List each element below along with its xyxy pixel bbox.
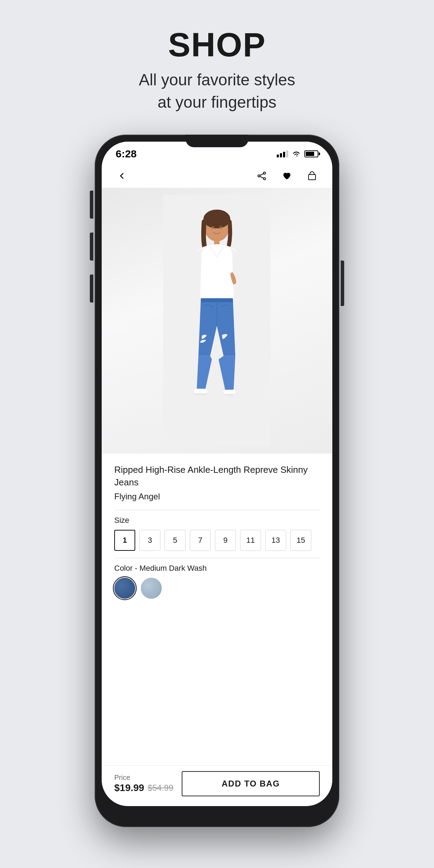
size-section: Size 1 3 5 7 9 11 13 15 — [114, 516, 320, 551]
color-swatches — [114, 578, 320, 599]
size-label: Size — [114, 516, 320, 525]
size-grid: 1 3 5 7 9 11 13 15 — [114, 530, 320, 551]
svg-rect-13 — [201, 298, 233, 302]
back-button[interactable] — [114, 168, 130, 184]
product-image — [102, 188, 332, 454]
svg-rect-5 — [309, 175, 316, 180]
svg-point-1 — [258, 175, 260, 177]
size-btn-1[interactable]: 1 — [114, 530, 135, 551]
size-btn-15[interactable]: 15 — [290, 530, 311, 551]
price-section: Price $19.99 $54.99 — [114, 774, 173, 794]
page-header: SHOP All your favorite styles at your fi… — [139, 28, 295, 114]
phone-shell: 6:28 — [95, 135, 339, 827]
nav-bar — [102, 164, 332, 188]
nav-right-icons — [254, 168, 320, 184]
color-section: Color - Medium Dark Wash — [114, 564, 320, 599]
color-swatch-dark[interactable] — [114, 578, 135, 599]
current-price: $19.99 — [114, 782, 144, 794]
svg-point-10 — [220, 226, 223, 229]
size-btn-9[interactable]: 9 — [215, 530, 236, 551]
status-icons — [277, 150, 318, 157]
svg-line-4 — [260, 176, 263, 178]
divider-1 — [114, 510, 320, 510]
svg-point-0 — [263, 172, 266, 174]
wishlist-button[interactable] — [279, 168, 295, 184]
product-name: Ripped High-Rise Ankle-Length Repreve Sk… — [114, 463, 320, 489]
size-btn-3[interactable]: 3 — [139, 530, 160, 551]
page-subtitle: All your favorite styles at your fingert… — [139, 69, 295, 114]
size-btn-13[interactable]: 13 — [265, 530, 286, 551]
color-swatch-light[interactable] — [141, 578, 162, 599]
phone-screen: 6:28 — [102, 142, 332, 806]
product-details: Ripped High-Rise Ankle-Length Repreve Sk… — [102, 454, 332, 765]
svg-rect-15 — [194, 389, 208, 393]
status-time: 6:28 — [116, 148, 137, 160]
signal-icon — [277, 150, 288, 157]
color-label: Color - Medium Dark Wash — [114, 564, 320, 573]
price-label: Price — [114, 774, 173, 782]
bottom-bar: Price $19.99 $54.99 ADD TO BAG — [102, 765, 332, 806]
add-to-bag-button[interactable]: ADD TO BAG — [182, 771, 320, 796]
page-title: SHOP — [139, 28, 295, 62]
share-button[interactable] — [254, 168, 269, 184]
svg-line-3 — [260, 173, 263, 175]
svg-point-8 — [204, 209, 231, 228]
svg-rect-17 — [223, 390, 236, 394]
battery-icon — [304, 150, 318, 157]
product-photo — [163, 195, 270, 447]
phone-notch — [186, 135, 248, 147]
product-brand: Flying Angel — [114, 492, 320, 501]
original-price: $54.99 — [148, 783, 173, 793]
wifi-icon — [292, 150, 301, 157]
size-btn-5[interactable]: 5 — [165, 530, 186, 551]
price-row: $19.99 $54.99 — [114, 782, 173, 794]
svg-point-2 — [263, 178, 266, 180]
size-btn-7[interactable]: 7 — [190, 530, 211, 551]
size-btn-11[interactable]: 11 — [240, 530, 261, 551]
bag-button[interactable] — [304, 168, 320, 184]
divider-2 — [114, 558, 320, 558]
svg-point-9 — [212, 226, 215, 229]
